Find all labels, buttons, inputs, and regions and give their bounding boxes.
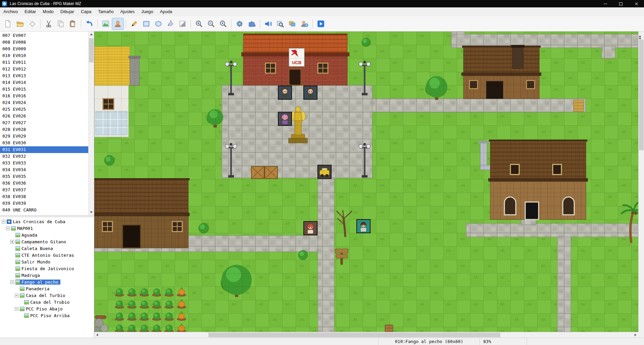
event-list-item[interactable]: 032 EV032 — [0, 153, 88, 160]
menu-item-juego[interactable]: Juego — [138, 7, 156, 16]
event-list-item[interactable]: 035 EV035 — [0, 173, 88, 180]
close-button[interactable] — [629, 0, 644, 7]
event-list-scroll-thumb[interactable] — [89, 38, 94, 62]
rectangle-tool-button[interactable] — [141, 18, 152, 30]
shadow-pen-tool-button[interactable] — [177, 18, 188, 30]
event-searcher-button[interactable] — [275, 18, 286, 30]
flood-fill-tool-button[interactable] — [165, 18, 176, 30]
event-list-item[interactable]: 024 EV024 — [0, 99, 88, 106]
canvas-vertical-thumb[interactable] — [639, 40, 644, 150]
canvas-horizontal-thumb[interactable] — [208, 333, 500, 337]
tree-item-cte-antonio-guiteras[interactable]: CTE Antonio Guiteras — [0, 252, 94, 258]
menu-item-capa[interactable]: Capa — [78, 7, 95, 16]
ellipse-tool-button[interactable] — [153, 18, 164, 30]
collapse-icon[interactable] — [2, 220, 5, 224]
tree-item-las-cronicas-de-cuba[interactable]: Las Cronicas de Cuba — [0, 218, 94, 225]
event-list-item[interactable]: 009 EV009 — [0, 46, 88, 52]
tree-item-aguada[interactable]: Aguada — [0, 232, 94, 238]
menu-item-modo[interactable]: Modo — [39, 7, 57, 16]
collapse-icon[interactable] — [15, 294, 18, 297]
collapse-icon[interactable] — [10, 280, 14, 284]
event-list-item[interactable]: 015 EV015 — [0, 86, 88, 93]
tree-item-pcc-piso-arriba[interactable]: PCC Piso Arriba — [0, 312, 94, 319]
tree-item-pcc-piso-abajo[interactable]: PCC Piso Abajo — [0, 305, 94, 312]
event-list-item[interactable]: 030 EV030 — [0, 140, 88, 146]
event-list-item[interactable]: 031 EV031 — [0, 146, 88, 153]
plugin-manager-button[interactable] — [246, 18, 257, 30]
event-list-item[interactable]: 007 EV007 — [0, 32, 88, 39]
tree-item-map001[interactable]: MAP001 — [0, 225, 94, 232]
menu-item-archivo[interactable]: Archivo — [0, 7, 21, 16]
sound-test-icon — [264, 19, 273, 28]
menu-item-tama-o[interactable]: Tamaño — [95, 7, 117, 16]
zoom-actual-button[interactable] — [217, 18, 229, 30]
scroll-up-icon[interactable] — [89, 32, 94, 37]
event-list-item[interactable]: 038 EV038 — [0, 193, 88, 200]
event-list-item[interactable]: 028 EV028 — [0, 126, 88, 133]
scroll-right-icon[interactable] — [633, 332, 638, 338]
tree-item-madruga[interactable]: Madruga — [0, 272, 94, 279]
expand-icon[interactable] — [10, 240, 14, 244]
play-test-button[interactable] — [315, 18, 327, 30]
collapse-icon[interactable] — [15, 307, 18, 311]
event-list-item[interactable]: 025 EV025 — [0, 106, 88, 113]
tile-grid-overlay — [94, 32, 638, 332]
map-canvas[interactable]: UCB — [94, 32, 638, 332]
tree-item-casa-del-trubio[interactable]: Casa del Trubio — [0, 299, 94, 305]
scroll-left-icon[interactable] — [94, 332, 100, 338]
event-list-item[interactable]: 011 EV011 — [0, 59, 88, 66]
tree-item-caleta-buena[interactable]: Caleta Buena — [0, 245, 94, 252]
event-list-item[interactable]: 012 EV012 — [0, 66, 88, 72]
copy-button[interactable] — [55, 18, 66, 30]
event-list-item[interactable]: 014 EV014 — [0, 79, 88, 86]
tree-item-fiesta-de-jativonico[interactable]: Fiesta de Jativonico — [0, 265, 94, 272]
character-generator-button[interactable] — [299, 18, 310, 30]
event-list-item[interactable]: 034 EV034 — [0, 166, 88, 173]
canvas-horizontal-scrollbar[interactable] — [94, 332, 638, 338]
event-list-item[interactable]: 040 UNE CARRO — [0, 207, 88, 213]
map-icon — [11, 226, 16, 231]
canvas-vertical-scrollbar[interactable] — [638, 32, 644, 332]
scroll-down-icon[interactable] — [89, 209, 94, 215]
zoom-in-button[interactable] — [193, 18, 205, 30]
event-mode-button[interactable] — [112, 18, 123, 30]
event-list-item[interactable]: 027 EV027 — [0, 119, 88, 126]
event-list-item[interactable]: 013 EV013 — [0, 72, 88, 79]
tree-item-casa-del-turbio[interactable]: Casa del Turbio — [0, 292, 94, 299]
tree-item-campamento-gitano[interactable]: Campamento Gitano — [0, 238, 94, 245]
event-list-item[interactable]: 033 EV033 — [0, 160, 88, 166]
event-list-item[interactable]: 036 EV036 — [0, 180, 88, 187]
tree-item-panaderia[interactable]: Panaderia — [0, 285, 94, 292]
paste-button[interactable] — [67, 18, 79, 30]
maximize-button[interactable] — [613, 0, 629, 7]
sound-test-button[interactable] — [262, 18, 274, 30]
menu-item-ajustes[interactable]: Ajustes — [117, 7, 138, 16]
open-project-button[interactable] — [14, 18, 26, 30]
collapse-icon[interactable] — [6, 227, 10, 230]
menu-item-dibujar[interactable]: Dibujar — [57, 7, 78, 16]
save-project-button[interactable] — [27, 18, 38, 30]
event-list-item[interactable]: 010 EV010 — [0, 52, 88, 59]
pen-tool-button[interactable] — [129, 18, 140, 30]
undo-button[interactable] — [84, 18, 95, 30]
left-panel: 007 EV007008 EV008009 EV009010 EV010011 … — [0, 32, 94, 338]
event-list-item[interactable]: 037 EV037 — [0, 187, 88, 193]
event-list-item[interactable]: 039 EV039 — [0, 200, 88, 207]
resource-manager-button[interactable] — [287, 18, 298, 30]
tree-item-fango-al-pecho[interactable]: Fango al pecho — [0, 279, 94, 285]
menu-item-editar[interactable]: Editar — [21, 7, 39, 16]
event-list-item[interactable]: 029 EV029 — [0, 133, 88, 140]
menu-item-ayuda[interactable]: Ayuda — [156, 7, 176, 16]
tree-item-salir-mundo[interactable]: Salir Mundo — [0, 258, 94, 265]
minimize-button[interactable] — [598, 0, 613, 7]
map-editor-area: UCB — [94, 32, 644, 338]
cut-button[interactable] — [43, 18, 54, 30]
event-list-item[interactable]: 008 EV008 — [0, 39, 88, 46]
zoom-out-button[interactable] — [205, 18, 217, 30]
event-list-item[interactable]: 016 EV016 — [0, 93, 88, 99]
database-button[interactable] — [234, 18, 245, 30]
event-list-scrollbar[interactable] — [88, 32, 94, 215]
new-project-button[interactable] — [2, 18, 14, 30]
map-mode-button[interactable] — [100, 18, 111, 30]
event-list-item[interactable]: 026 EV026 — [0, 113, 88, 119]
